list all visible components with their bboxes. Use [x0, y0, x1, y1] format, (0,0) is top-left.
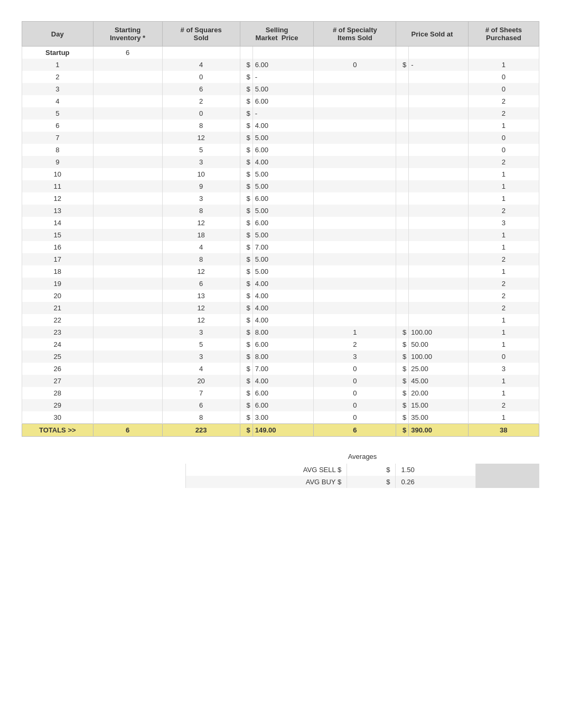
cell-day: 16 — [22, 241, 94, 253]
cell-specialty-items — [314, 192, 396, 205]
cell-day: 23 — [22, 326, 94, 338]
cell-price-sold-dollar — [396, 229, 409, 241]
cell-price-sold-value — [409, 229, 469, 241]
cell-price-sold-value — [409, 47, 469, 59]
cell-day: 8 — [22, 144, 94, 156]
cell-specialty-items — [314, 205, 396, 217]
cell-sheets-purchased: 3 — [468, 363, 539, 375]
cell-price-sold-value — [409, 278, 469, 290]
cell-price-sold-value — [409, 192, 469, 205]
cell-price-sold-dollar — [396, 192, 409, 205]
cell-squares-sold: 4 — [162, 241, 240, 253]
cell-price-sold-value — [409, 132, 469, 144]
cell-sheets-purchased: 2 — [468, 399, 539, 411]
cell-selling-market-dollar: $ — [240, 229, 253, 241]
cell-price: 4.00 — [253, 119, 314, 132]
cell-specialty-items — [314, 229, 396, 241]
cell-price: 6.00 — [253, 59, 314, 71]
cell-selling-market-dollar: $ — [240, 411, 253, 424]
cell-price: 5.00 — [253, 229, 314, 241]
averages-section: Averages AVG SELL $ $ 1.50 AVG BUY $ $ 0… — [185, 453, 539, 488]
cell-specialty-items — [314, 107, 396, 119]
cell-price-sold-dollar — [396, 132, 409, 144]
cell-day: 18 — [22, 265, 94, 278]
cell-squares-sold: 2 — [162, 95, 240, 107]
cell-price: 4.00 — [253, 278, 314, 290]
cell-selling-market-dollar: $ — [240, 314, 253, 326]
totals-price: 149.00 — [253, 424, 314, 437]
cell-squares-sold: 6 — [162, 399, 240, 411]
cell-price-sold-dollar — [396, 119, 409, 132]
cell-price-sold-dollar — [396, 95, 409, 107]
cell-specialty-items — [314, 71, 396, 83]
cell-starting-inventory — [93, 399, 162, 411]
cell-selling-market-dollar: $ — [240, 290, 253, 302]
cell-starting-inventory — [93, 411, 162, 424]
cell-sheets-purchased: 1 — [468, 411, 539, 424]
cell-price: 5.00 — [253, 83, 314, 95]
cell-specialty-items — [314, 168, 396, 180]
header-squares-sold: # of SquaresSold — [162, 22, 240, 47]
cell-squares-sold: 8 — [162, 205, 240, 217]
cell-selling-market-dollar: $ — [240, 192, 253, 205]
cell-day: 27 — [22, 375, 94, 387]
cell-starting-inventory — [93, 326, 162, 338]
cell-sheets-purchased: 2 — [468, 253, 539, 265]
cell-squares-sold: 3 — [162, 192, 240, 205]
cell-price-sold-dollar — [396, 83, 409, 95]
cell-price-sold-value — [409, 107, 469, 119]
cell-starting-inventory — [93, 375, 162, 387]
cell-sheets-purchased: 1 — [468, 229, 539, 241]
cell-day: 13 — [22, 205, 94, 217]
cell-starting-inventory: 6 — [93, 47, 162, 59]
cell-sheets-purchased: 2 — [468, 95, 539, 107]
cell-price-sold-dollar: $ — [396, 338, 409, 351]
cell-sheets-purchased: 1 — [468, 265, 539, 278]
cell-sheets-purchased: 1 — [468, 314, 539, 326]
cell-starting-inventory — [93, 119, 162, 132]
cell-price-sold-dollar: $ — [396, 363, 409, 375]
cell-specialty-items: 0 — [314, 387, 396, 399]
header-sheets-purchased: # of SheetsPurchased — [468, 22, 539, 47]
cell-sheets-purchased: 0 — [468, 144, 539, 156]
cell-specialty-items — [314, 217, 396, 229]
cell-day: 2 — [22, 71, 94, 83]
cell-specialty-items: 1 — [314, 326, 396, 338]
cell-selling-market-dollar: $ — [240, 387, 253, 399]
cell-selling-market-dollar: $ — [240, 278, 253, 290]
cell-price: 5.00 — [253, 132, 314, 144]
cell-selling-market-dollar: $ — [240, 253, 253, 265]
cell-price-sold-value: - — [409, 59, 469, 71]
cell-day: Startup — [22, 47, 94, 59]
cell-sheets-purchased: 0 — [468, 351, 539, 363]
cell-price-sold-value — [409, 314, 469, 326]
cell-price-sold-value: 20.00 — [409, 387, 469, 399]
cell-price-sold-dollar — [396, 47, 409, 59]
cell-specialty-items: 2 — [314, 338, 396, 351]
cell-day: 28 — [22, 387, 94, 399]
cell-price-sold-value — [409, 95, 469, 107]
cell-starting-inventory — [93, 83, 162, 95]
cell-day: 10 — [22, 168, 94, 180]
cell-starting-inventory — [93, 107, 162, 119]
cell-specialty-items — [314, 314, 396, 326]
cell-price-sold-value — [409, 241, 469, 253]
cell-squares-sold: 5 — [162, 338, 240, 351]
cell-starting-inventory — [93, 253, 162, 265]
cell-starting-inventory — [93, 302, 162, 314]
header-starting-inventory: StartingInventory * — [93, 22, 162, 47]
cell-price-sold-dollar — [396, 107, 409, 119]
cell-sheets-purchased: 2 — [468, 290, 539, 302]
cell-day: 21 — [22, 302, 94, 314]
cell-selling-market-dollar: $ — [240, 144, 253, 156]
cell-starting-inventory — [93, 314, 162, 326]
cell-starting-inventory — [93, 132, 162, 144]
header-day: Day — [22, 22, 94, 47]
cell-squares-sold: 9 — [162, 180, 240, 192]
cell-price-sold-value — [409, 144, 469, 156]
cell-price-sold-dollar — [396, 71, 409, 83]
cell-price-sold-value — [409, 156, 469, 168]
cell-sheets-purchased — [468, 47, 539, 59]
cell-price-sold-value: 45.00 — [409, 375, 469, 387]
cell-day: 30 — [22, 411, 94, 424]
